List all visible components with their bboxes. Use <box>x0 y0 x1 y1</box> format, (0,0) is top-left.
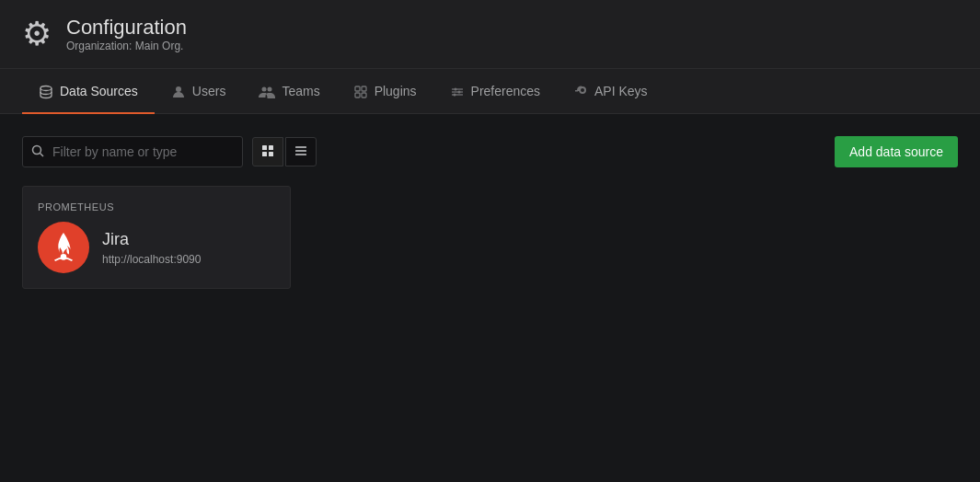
add-data-source-button[interactable]: Add data source <box>835 136 958 167</box>
svg-point-2 <box>262 87 267 92</box>
search-icon <box>31 144 44 160</box>
api-keys-icon <box>573 83 588 99</box>
datasource-info: Jira http://localhost:9090 <box>102 230 201 266</box>
list-icon <box>294 144 307 157</box>
svg-rect-19 <box>269 152 273 156</box>
svg-point-1 <box>176 86 181 92</box>
datasource-name: Jira <box>102 230 201 249</box>
cards-grid: PROMETHEUS Jira http://localhost:9090 <box>22 186 958 289</box>
datasource-url: http://localhost:9090 <box>102 253 201 266</box>
svg-rect-22 <box>295 154 306 155</box>
tab-users[interactable]: Users <box>155 70 243 114</box>
grid-icon <box>261 144 274 157</box>
tab-data-sources-label: Data Sources <box>60 84 138 98</box>
svg-point-12 <box>457 91 460 94</box>
svg-point-11 <box>454 88 456 91</box>
users-icon <box>171 83 186 99</box>
datasource-card-body: Jira http://localhost:9090 <box>38 222 275 273</box>
tab-plugins[interactable]: Plugins <box>337 70 433 114</box>
header-text: Configuration Organization: Main Org. <box>66 16 187 52</box>
tab-api-keys[interactable]: API Keys <box>557 70 664 114</box>
svg-point-13 <box>453 94 455 97</box>
page-header: ⚙ Configuration Organization: Main Org. <box>0 0 980 69</box>
plugins-icon <box>353 83 368 99</box>
search-input[interactable] <box>22 136 243 167</box>
tab-teams-label: Teams <box>282 84 319 98</box>
svg-point-0 <box>40 86 52 91</box>
tab-data-sources[interactable]: Data Sources <box>22 70 155 114</box>
svg-rect-20 <box>295 146 306 148</box>
svg-rect-4 <box>355 86 360 91</box>
grid-view-button[interactable] <box>252 137 283 166</box>
page-title: Configuration <box>66 16 187 40</box>
toolbar-left <box>22 136 317 167</box>
tab-plugins-label: Plugins <box>375 84 417 98</box>
config-icon: ⚙ <box>22 15 52 53</box>
svg-rect-16 <box>262 145 267 150</box>
nav-tabs: Data Sources Users Teams <box>0 69 980 114</box>
tab-api-keys-label: API Keys <box>594 84 648 98</box>
svg-rect-17 <box>269 145 273 150</box>
datasource-card[interactable]: PROMETHEUS Jira http://localhost:9090 <box>22 186 291 289</box>
tab-users-label: Users <box>192 84 226 98</box>
svg-line-15 <box>40 153 44 156</box>
datasource-logo <box>38 222 89 273</box>
view-toggle <box>252 137 317 166</box>
org-subtitle: Organization: Main Org. <box>66 40 187 52</box>
svg-rect-5 <box>362 86 366 91</box>
svg-rect-7 <box>362 93 366 98</box>
main-content: Add data source PROMETHEUS Jira http://l… <box>0 114 980 311</box>
preferences-icon <box>450 83 465 99</box>
tab-teams[interactable]: Teams <box>242 70 336 114</box>
datasource-type: PROMETHEUS <box>38 201 275 212</box>
svg-rect-6 <box>355 93 360 98</box>
tab-preferences-label: Preferences <box>471 84 540 98</box>
teams-icon <box>259 83 275 99</box>
toolbar: Add data source <box>22 136 958 167</box>
list-view-button[interactable] <box>285 137 317 166</box>
tab-preferences[interactable]: Preferences <box>433 70 557 114</box>
data-sources-icon <box>39 83 53 99</box>
svg-point-3 <box>268 87 272 92</box>
svg-rect-18 <box>262 152 267 156</box>
search-wrapper <box>22 136 243 167</box>
svg-rect-21 <box>295 150 306 152</box>
svg-point-14 <box>33 145 41 154</box>
prometheus-flame-icon <box>49 231 78 264</box>
